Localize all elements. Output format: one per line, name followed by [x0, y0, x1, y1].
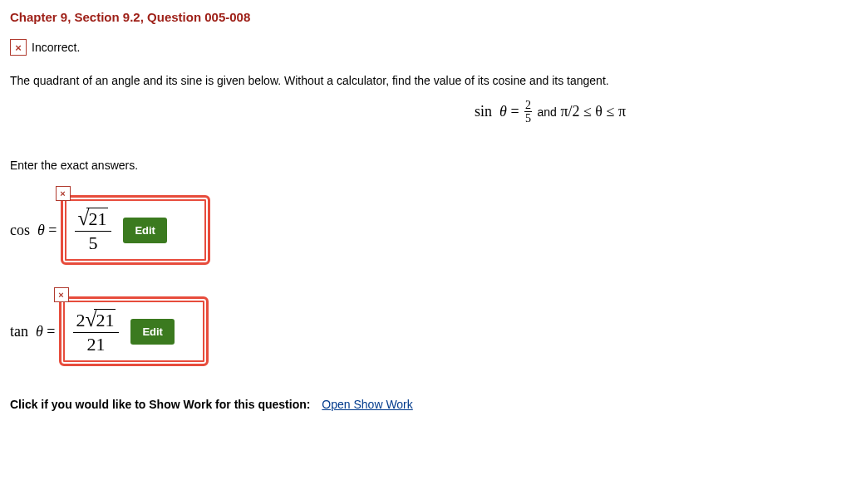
answer-row-tan: tan θ = × 2√21 21 Edit: [10, 296, 841, 366]
given-frac-num: 2: [524, 100, 532, 112]
given-equals: =: [510, 103, 519, 120]
tan-wrong-icon: ×: [54, 287, 69, 302]
given-range: π/2 ≤ θ ≤ π: [560, 103, 626, 120]
tan-den: 21: [73, 333, 120, 355]
tan-input-wrap: × 2√21 21 Edit: [59, 296, 209, 366]
show-work-line: Click if you would like to Show Work for…: [10, 398, 841, 411]
question-title: Chapter 9, Section 9.2, Question 005-008: [10, 10, 841, 24]
cos-wrong-icon: ×: [56, 186, 71, 201]
tan-sqrt-inner: 21: [94, 309, 116, 330]
tan-func: tan: [10, 323, 28, 340]
tan-edit-button[interactable]: Edit: [130, 319, 175, 345]
answer-row-cos: cos θ = × √21 5 Edit: [10, 195, 841, 265]
open-show-work-link[interactable]: Open Show Work: [322, 398, 412, 411]
show-work-label: Click if you would like to Show Work for…: [10, 398, 310, 411]
status-row: × Incorrect.: [10, 39, 841, 56]
given-fraction: 2 5: [524, 100, 532, 125]
tan-answer-box[interactable]: 2√21 21 Edit: [59, 296, 209, 366]
cos-expression: √21 5: [75, 206, 112, 254]
incorrect-x-icon: ×: [10, 39, 27, 56]
cos-edit-button[interactable]: Edit: [123, 218, 167, 243]
cos-sqrt-inner: 21: [86, 208, 108, 229]
tan-num-pre: 2: [76, 310, 86, 330]
cos-func: cos: [10, 222, 30, 238]
tan-expression: 2√21 21: [73, 307, 120, 355]
tan-label: tan θ =: [10, 323, 56, 340]
tan-var: θ: [36, 323, 43, 340]
question-prompt: The quadrant of an angle and its sine is…: [10, 74, 841, 87]
cos-label: cos θ =: [10, 222, 57, 239]
cos-input-wrap: × √21 5 Edit: [61, 195, 210, 265]
given-var: θ: [499, 103, 507, 120]
cos-var: θ: [37, 222, 45, 238]
cos-den: 5: [75, 232, 112, 254]
status-text: Incorrect.: [32, 41, 80, 54]
given-and: and: [538, 105, 557, 119]
answer-instruction: Enter the exact answers.: [10, 159, 841, 172]
given-equation: sin θ = 2 5 and π/2 ≤ θ ≤ π: [10, 100, 841, 125]
given-func: sin: [475, 103, 492, 120]
tan-eq: =: [47, 323, 55, 340]
cos-answer-box[interactable]: √21 5 Edit: [61, 195, 210, 265]
cos-eq: =: [48, 222, 57, 238]
given-frac-den: 5: [524, 112, 532, 125]
